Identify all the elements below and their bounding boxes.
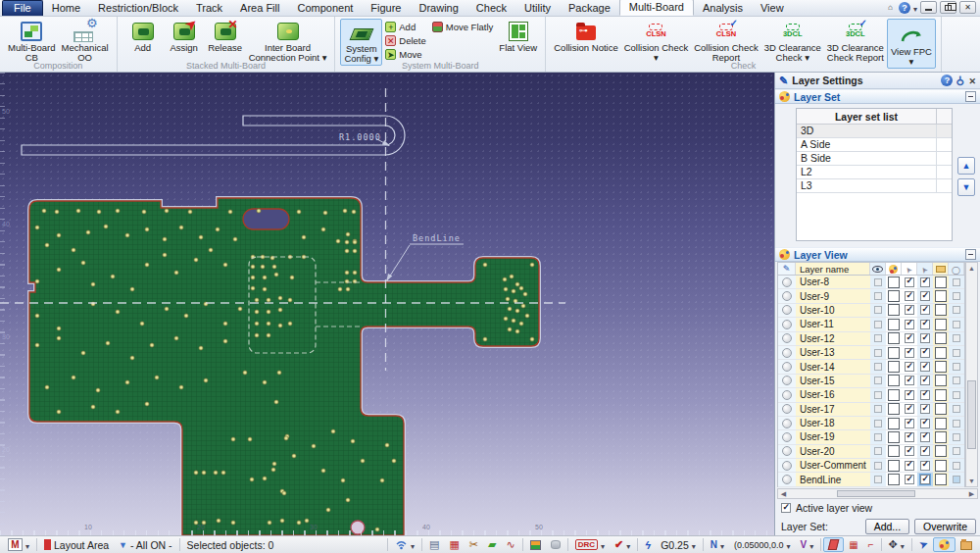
- layer-name[interactable]: User-12: [796, 332, 870, 345]
- zoom-checkbox[interactable]: [949, 346, 964, 359]
- zoom-checkbox[interactable]: [949, 360, 964, 373]
- visible-checkbox[interactable]: [870, 388, 886, 401]
- delete-system-button[interactable]: ✕ Delete: [382, 34, 428, 47]
- pick-checkbox[interactable]: [917, 388, 933, 401]
- move-down-button[interactable]: ▼: [957, 178, 975, 196]
- add-board-button[interactable]: Add: [122, 19, 164, 53]
- zoom-checkbox[interactable]: [949, 388, 964, 401]
- pcb-view-button[interactable]: [525, 537, 546, 552]
- pick-checkbox[interactable]: [917, 289, 933, 302]
- layer-view-header[interactable]: Layer View: [775, 247, 980, 262]
- select-checkbox[interactable]: [902, 388, 917, 401]
- snap-mode-button[interactable]: [390, 537, 419, 552]
- zoom-checkbox[interactable]: [949, 276, 964, 288]
- zoom-checkbox[interactable]: [949, 459, 964, 472]
- collapse-icon[interactable]: [965, 249, 976, 260]
- layer-active-radio[interactable]: [778, 332, 796, 345]
- color-checkbox[interactable]: [886, 276, 902, 288]
- color-checkbox[interactable]: [886, 459, 902, 472]
- clearance-check-report-button[interactable]: ✓3DCL 3D Clearance Check Report: [824, 19, 887, 64]
- layer-active-radio[interactable]: [778, 360, 796, 373]
- help-caret-icon[interactable]: [913, 2, 917, 14]
- layer-name[interactable]: User-20: [796, 445, 870, 458]
- fly-cursor-button[interactable]: ➤: [914, 537, 933, 552]
- pcb-board[interactable]: [29, 198, 539, 535]
- color-checkbox[interactable]: [886, 375, 902, 387]
- layer-set-row[interactable]: L2: [797, 166, 952, 179]
- database-button[interactable]: [546, 537, 565, 552]
- visible-checkbox[interactable]: [870, 430, 886, 443]
- color-checkbox[interactable]: [886, 346, 902, 359]
- cut-tool-button[interactable]: ✂: [465, 537, 483, 552]
- layer-active-radio[interactable]: [778, 417, 796, 429]
- visible-checkbox[interactable]: [870, 459, 886, 472]
- pick-checkbox[interactable]: [917, 375, 933, 387]
- zoom-checkbox[interactable]: [949, 430, 964, 443]
- scroll-right-icon[interactable]: ▶: [966, 489, 977, 498]
- panel-help-icon[interactable]: ?: [941, 75, 953, 86]
- layer-active-radio[interactable]: [778, 375, 796, 387]
- pick-checkbox[interactable]: [917, 403, 933, 416]
- visible-checkbox[interactable]: [870, 318, 886, 330]
- color-checkbox[interactable]: [886, 388, 902, 401]
- menu-tab[interactable]: Package: [560, 1, 619, 16]
- zoom-checkbox[interactable]: [949, 318, 964, 330]
- pick-checkbox[interactable]: [917, 276, 933, 288]
- layer-row[interactable]: User-Comment: [778, 459, 964, 473]
- pick-checkbox[interactable]: [917, 417, 933, 429]
- color-checkbox[interactable]: [886, 360, 902, 373]
- mode-button[interactable]: M: [3, 537, 34, 552]
- layer-name[interactable]: User-16: [796, 388, 870, 401]
- layer-active-radio[interactable]: [778, 346, 796, 359]
- visible-checkbox[interactable]: [870, 276, 886, 288]
- place-checkbox[interactable]: [933, 417, 949, 429]
- select-checkbox[interactable]: [902, 403, 917, 416]
- select-checkbox[interactable]: [902, 360, 917, 373]
- pick-checkbox[interactable]: [917, 459, 933, 472]
- color-checkbox[interactable]: [886, 332, 902, 345]
- filter-button[interactable]: ▼ - All ON -: [114, 537, 177, 552]
- layer-row[interactable]: User-18: [778, 417, 964, 430]
- place-checkbox[interactable]: [933, 459, 949, 472]
- zoom-checkbox[interactable]: [949, 403, 964, 416]
- layer-row[interactable]: BendLine: [778, 473, 964, 486]
- pin-icon[interactable]: ⚲: [956, 75, 964, 87]
- layer-set-row[interactable]: L3: [797, 179, 952, 193]
- coordinate-display[interactable]: (0.05000,0.0: [729, 537, 796, 552]
- system-config-button[interactable]: System Config ▾: [340, 19, 382, 66]
- pick-checkbox[interactable]: [917, 360, 933, 373]
- layer-row[interactable]: User-10: [778, 304, 964, 318]
- design-canvas[interactable]: R1.0000 BendLine 50403020 1020304050: [0, 73, 774, 535]
- layer-palette-button[interactable]: [933, 537, 956, 552]
- zoom-checkbox[interactable]: [949, 417, 964, 429]
- overwrite-layer-set-button[interactable]: Overwrite: [914, 519, 976, 534]
- color-checkbox[interactable]: [886, 403, 902, 416]
- zoom-checkbox[interactable]: [949, 445, 964, 458]
- color-checkbox[interactable]: [886, 445, 902, 458]
- place-checkbox[interactable]: [933, 375, 949, 387]
- menu-tab[interactable]: Utility: [515, 1, 560, 16]
- visible-checkbox[interactable]: [870, 332, 886, 345]
- layer-set-row[interactable]: B Side: [797, 152, 952, 166]
- scrollbar-thumb[interactable]: [967, 380, 976, 449]
- visible-checkbox[interactable]: [870, 403, 886, 416]
- sheet-toggle-button[interactable]: [823, 537, 844, 552]
- layer-name[interactable]: User-17: [796, 403, 870, 416]
- add-layer-set-button[interactable]: Add...: [865, 519, 909, 534]
- select-checkbox[interactable]: [902, 430, 917, 443]
- layer-name[interactable]: User-15: [796, 375, 870, 387]
- layer-name[interactable]: User-13: [796, 346, 870, 359]
- pick-checkbox[interactable]: [917, 304, 933, 317]
- zoom-checkbox[interactable]: [949, 289, 964, 302]
- wire-tool-button[interactable]: ∿: [501, 537, 519, 552]
- color-checkbox[interactable]: [886, 289, 902, 302]
- color-checkbox[interactable]: [886, 430, 902, 443]
- scroll-up-icon[interactable]: ▲: [966, 263, 977, 274]
- drc-mode-button[interactable]: DRC: [570, 537, 610, 552]
- menu-tab[interactable]: Analysis: [694, 1, 752, 16]
- layer-set-header[interactable]: Layer Set: [775, 89, 980, 104]
- scroll-down-icon[interactable]: ▼: [966, 476, 977, 486]
- collapse-icon[interactable]: [965, 91, 976, 102]
- clearance-check-button[interactable]: 3DCL 3D Clearance Check ▾: [761, 19, 824, 64]
- chip-toggle-button[interactable]: ▦: [844, 537, 862, 552]
